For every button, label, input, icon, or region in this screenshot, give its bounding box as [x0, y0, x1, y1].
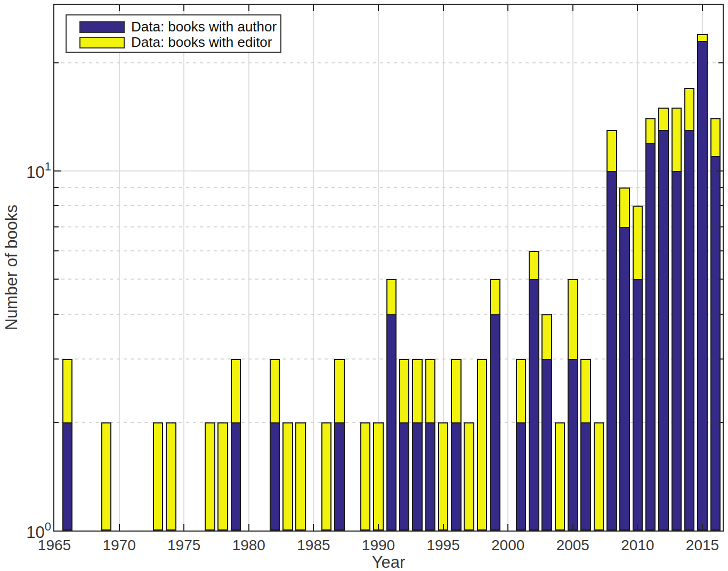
x-tick-label-2010: 2010 — [621, 537, 654, 554]
x-tick-bottom — [378, 524, 379, 531]
vertical-gridline — [248, 5, 249, 531]
ytick-label-10-1: 101 — [14, 160, 51, 182]
y-tick-right — [718, 62, 723, 63]
y-tick-right — [718, 205, 723, 206]
x-tick-top — [378, 5, 379, 11]
bar-author-1987 — [334, 422, 345, 531]
x-tick-label-1975: 1975 — [167, 537, 200, 554]
x-tick-bottom — [248, 524, 249, 531]
x-axis-title: Year — [372, 553, 406, 571]
legend: Data: books with author Data: books with… — [66, 14, 281, 53]
x-tick-bottom — [507, 524, 508, 531]
x-tick-label-2005: 2005 — [556, 537, 589, 554]
y-tick-left — [54, 422, 59, 423]
minor-gridline — [54, 62, 723, 63]
legend-item-author: Data: books with author — [79, 19, 280, 35]
bar-editor-2008 — [606, 130, 617, 172]
bar-author-2009 — [619, 227, 630, 531]
x-tick-top — [183, 5, 184, 11]
bar-editor-1996 — [451, 359, 462, 423]
bar-author-2016 — [710, 156, 721, 531]
bar-editor-2010 — [633, 206, 643, 280]
bar-editor-2011 — [645, 118, 656, 143]
figure: Data: books with author Data: books with… — [0, 0, 728, 571]
x-tick-bottom — [443, 524, 444, 531]
x-tick-label-1985: 1985 — [297, 537, 330, 554]
bar-author-2015 — [697, 41, 708, 531]
plot-area — [53, 4, 724, 532]
y-tick-right — [718, 279, 723, 280]
bar-author-2003 — [541, 359, 552, 531]
y-tick-right — [718, 314, 723, 315]
x-tick-bottom — [702, 524, 703, 531]
bar-author-2010 — [633, 279, 643, 531]
bar-author-2012 — [658, 130, 669, 531]
x-tick-label-1965: 1965 — [38, 537, 71, 554]
x-tick-top — [443, 5, 444, 11]
y-tick-right — [718, 226, 723, 227]
bar-author-1999 — [490, 314, 500, 531]
bar-author-2005 — [568, 359, 578, 531]
x-tick-bottom — [572, 524, 573, 531]
ytick-base: 10 — [26, 163, 44, 182]
bar-author-2014 — [684, 130, 695, 531]
bar-author-1991 — [386, 314, 397, 531]
bar-editor-2016 — [710, 118, 721, 157]
bar-editor-1989 — [360, 422, 371, 531]
x-tick-label-1980: 1980 — [232, 537, 265, 554]
x-tick-top — [119, 5, 120, 11]
x-tick-top — [637, 5, 638, 11]
bar-editor-2015 — [697, 34, 708, 42]
bar-editor-2012 — [658, 108, 669, 131]
bar-editor-1994 — [425, 359, 436, 423]
y-tick-right — [718, 358, 723, 360]
x-tick-top — [572, 5, 573, 11]
y-tick-left — [54, 226, 59, 227]
bar-editor-1991 — [386, 279, 397, 315]
x-tick-bottom — [183, 524, 184, 531]
vertical-gridline — [313, 5, 314, 531]
legend-label-author: Data: books with author — [131, 19, 277, 35]
vertical-gridline — [119, 5, 120, 531]
bar-editor-1990 — [373, 422, 384, 531]
ytick-exponent: 1 — [45, 160, 51, 173]
bar-author-2011 — [645, 143, 656, 531]
bar-author-2001 — [516, 422, 527, 531]
legend-label-editor: Data: books with editor — [131, 35, 272, 50]
vertical-gridline — [183, 5, 184, 531]
y-tick-left — [54, 250, 59, 251]
bar-author-1982 — [270, 422, 280, 531]
bar-editor-2001 — [516, 359, 527, 423]
bar-editor-1998 — [477, 359, 488, 531]
bar-editor-1974 — [166, 422, 176, 531]
bar-editor-2004 — [555, 422, 565, 531]
bar-editor-1977 — [205, 422, 215, 531]
y-axis-title: Number of books — [2, 205, 21, 330]
x-tick-label-2000: 2000 — [491, 537, 524, 554]
bar-editor-2014 — [684, 88, 695, 131]
bar-editor-2009 — [619, 187, 630, 228]
bar-editor-2013 — [672, 108, 682, 172]
bar-editor-1997 — [464, 422, 474, 531]
bar-editor-2003 — [541, 314, 552, 360]
x-tick-top — [702, 5, 703, 11]
author-series-swatch — [79, 21, 125, 33]
bar-editor-1979 — [231, 359, 241, 423]
x-tick-label-1995: 1995 — [426, 537, 459, 554]
y-tick-left — [54, 62, 59, 63]
vertical-gridline — [507, 5, 508, 531]
y-tick-right — [718, 250, 723, 251]
bar-author-2008 — [606, 171, 617, 531]
bar-author-2002 — [529, 279, 539, 531]
bar-editor-1966 — [62, 359, 73, 423]
y-tick-right — [718, 422, 723, 423]
bar-author-1994 — [425, 422, 436, 531]
bar-editor-1982 — [270, 359, 280, 423]
bar-author-1992 — [399, 422, 410, 531]
bar-author-1979 — [231, 422, 241, 531]
bar-editor-1987 — [334, 359, 345, 423]
bar-editor-2002 — [529, 251, 539, 280]
x-tick-top — [507, 5, 508, 11]
x-tick-bottom — [637, 524, 638, 531]
y-tick-left — [54, 358, 59, 360]
